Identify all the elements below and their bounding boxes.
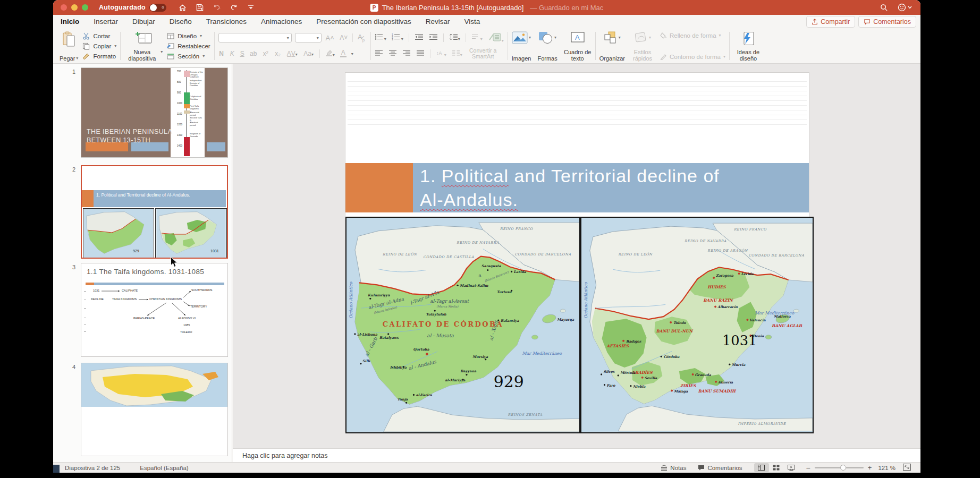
section-button[interactable]: Sección▾ bbox=[167, 52, 210, 60]
slide-thumbnail-panel[interactable]: 1 700 800 900 1000 1100 1200 1300 1400 bbox=[53, 64, 232, 463]
shapes-button[interactable]: ▾ Formas bbox=[537, 30, 557, 62]
tab-insertar[interactable]: Insertar bbox=[94, 18, 118, 25]
italic-button[interactable]: K bbox=[230, 50, 235, 57]
quick-styles-button[interactable]: ▾ Estilos rápidos bbox=[630, 30, 655, 62]
slide-thumbnail-4[interactable] bbox=[81, 363, 228, 456]
slide-title-textbox[interactable]: 1. Political and Territorial decline of … bbox=[413, 163, 809, 212]
underline-button[interactable]: S bbox=[240, 50, 245, 57]
tab-revisar[interactable]: Revisar bbox=[426, 18, 450, 25]
decrease-font-button[interactable]: A˅ bbox=[339, 34, 349, 41]
home-icon[interactable] bbox=[178, 3, 188, 12]
numbering-icon: 123 bbox=[392, 33, 401, 40]
notes-toggle[interactable]: Notas bbox=[661, 465, 686, 471]
arrange-button[interactable]: ▾ Organizar bbox=[599, 30, 625, 62]
picture-button[interactable]: ▾ Imagen bbox=[512, 30, 531, 62]
zoom-percent[interactable]: 121 % bbox=[878, 465, 895, 471]
search-icon[interactable] bbox=[879, 3, 889, 12]
slide-editor-canvas[interactable]: 1. Political and Territorial decline of … bbox=[233, 64, 920, 449]
decrease-indent-button[interactable] bbox=[415, 33, 424, 42]
zoom-slider-knob[interactable] bbox=[840, 465, 846, 471]
bold-button[interactable]: N bbox=[218, 50, 225, 57]
map-1031-image[interactable]: REINO FRANCO REINO DE LEÓN REINO DE NAVA… bbox=[580, 217, 814, 433]
zoom-slider[interactable] bbox=[815, 467, 864, 468]
align-center-button[interactable] bbox=[388, 49, 397, 58]
autosave-toggle[interactable]: o bbox=[149, 4, 166, 12]
textbox-button[interactable]: A Cuadro de texto bbox=[564, 30, 592, 62]
normal-view-button[interactable] bbox=[754, 463, 769, 472]
design-ideas-button[interactable]: Ideas de diseño bbox=[733, 30, 763, 62]
tab-animaciones[interactable]: Animaciones bbox=[261, 18, 302, 25]
slide-thumbnail-3[interactable]: 1.1 The Taifa kingdoms. 1031-1085 1031 C… bbox=[81, 263, 228, 357]
comments-button[interactable]: Comentarios bbox=[858, 16, 916, 28]
text-vertical-button[interactable]: ↕A▾ bbox=[436, 49, 446, 58]
section-label: Sección bbox=[178, 53, 199, 59]
line-spacing-button[interactable]: ▾ bbox=[449, 33, 460, 42]
increase-indent-button[interactable] bbox=[429, 33, 438, 42]
numbering-button[interactable]: 123▾ bbox=[392, 33, 403, 42]
map2-city-almeria: Almería bbox=[717, 380, 733, 385]
undo-icon[interactable] bbox=[212, 3, 222, 12]
text-direction-button[interactable]: ▾ bbox=[471, 33, 483, 42]
reset-button[interactable]: Restablecer bbox=[167, 42, 210, 50]
copy-button[interactable]: Copiar▾ bbox=[82, 42, 116, 50]
quick-access-chevron-icon[interactable] bbox=[246, 3, 256, 12]
language-indicator[interactable]: Español (España) bbox=[140, 465, 188, 471]
account-icon[interactable] bbox=[897, 3, 913, 12]
zoom-in-button[interactable]: + bbox=[868, 464, 872, 472]
zoom-out-button[interactable]: − bbox=[806, 464, 810, 472]
clear-format-button[interactable]: A̷p bbox=[356, 33, 367, 42]
highlight-button[interactable]: ▾ bbox=[325, 49, 335, 58]
slide-sorter-view-button[interactable] bbox=[769, 463, 784, 472]
save-icon[interactable] bbox=[195, 3, 205, 12]
tab-inicio[interactable]: Inicio bbox=[61, 18, 79, 25]
subscript-button[interactable]: x₂ bbox=[274, 50, 282, 57]
minimize-button[interactable] bbox=[71, 4, 78, 11]
shape-fill-button[interactable]: Relleno de forma▾ bbox=[660, 31, 725, 39]
comments-toggle[interactable]: Comentarios bbox=[698, 465, 742, 471]
slide-orange-block[interactable] bbox=[345, 163, 413, 212]
change-case-button[interactable]: Aa▾ bbox=[303, 50, 315, 57]
tab-transiciones[interactable]: Transiciones bbox=[206, 18, 247, 25]
fit-to-window-button[interactable] bbox=[903, 464, 911, 472]
diagram-southwards: SOUTHWARDS bbox=[191, 288, 213, 292]
slide-counter[interactable]: Diapositiva 2 de 125 bbox=[65, 465, 120, 471]
shape-outline-button[interactable]: Contorno de forma▾ bbox=[660, 53, 725, 61]
tab-presentacion[interactable]: Presentación con diapositivas bbox=[316, 18, 411, 25]
smartart-button[interactable]: ▾ bbox=[488, 31, 504, 44]
strikethrough-button[interactable]: ab bbox=[250, 50, 257, 57]
slide-thumbnail-1[interactable]: 700 800 900 1000 1100 1200 1300 1400 Emi… bbox=[81, 67, 228, 158]
format-painter-button[interactable]: Formato bbox=[82, 52, 116, 60]
close-button[interactable] bbox=[61, 4, 67, 11]
slideshow-view-button[interactable] bbox=[784, 463, 799, 472]
tab-dibujar[interactable]: Dibujar bbox=[132, 18, 155, 25]
align-right-button[interactable] bbox=[402, 49, 411, 58]
document-status[interactable]: — Guardado en mi Mac bbox=[530, 4, 603, 12]
autosave-control[interactable]: Autoguardado o bbox=[99, 4, 166, 12]
font-size-select[interactable]: ▾ bbox=[295, 33, 322, 42]
superscript-button[interactable]: x² bbox=[262, 50, 269, 57]
increase-font-button[interactable]: A˄ bbox=[325, 34, 335, 42]
cut-button[interactable]: Cortar bbox=[82, 32, 116, 40]
share-button[interactable]: Compartir bbox=[806, 16, 855, 28]
fullscreen-button[interactable] bbox=[82, 4, 88, 11]
char-spacing-button[interactable]: A̲V̲▾ bbox=[286, 50, 298, 57]
redo-icon[interactable] bbox=[229, 3, 239, 12]
design-button[interactable]: Diseño▾ bbox=[167, 32, 210, 40]
empty-text-placeholder[interactable] bbox=[348, 77, 807, 125]
align-left-button[interactable] bbox=[375, 49, 383, 58]
notes-pane[interactable]: Haga clic para agregar notas bbox=[233, 448, 920, 463]
new-slide-button[interactable]: Nueva diapositiva▾ bbox=[124, 30, 163, 62]
font-name-select[interactable]: ▾ bbox=[218, 33, 292, 42]
bullets-button[interactable]: ▾ bbox=[375, 33, 386, 42]
map2-label-navarra: REINO DE NAVARRA bbox=[685, 239, 726, 243]
map-929-image[interactable]: REINO FRANCO REINO DE LEÓN CONDADO DE CA… bbox=[345, 217, 580, 433]
slide-thumbnail-2[interactable]: 1. Political and Territorial decline of … bbox=[81, 165, 228, 259]
slide-2-editing-surface[interactable]: 1. Political and Territorial decline of … bbox=[345, 73, 809, 431]
tab-vista[interactable]: Vista bbox=[464, 18, 480, 25]
columns-button[interactable]: ▾ bbox=[452, 49, 462, 58]
font-color-button[interactable]: A bbox=[340, 50, 347, 57]
paste-button[interactable]: Pegar▾ bbox=[60, 30, 78, 62]
tab-diseno[interactable]: Diseño bbox=[170, 18, 192, 25]
status-bar: Diapositiva 2 de 125 Español (España) No… bbox=[53, 462, 920, 473]
justify-button[interactable] bbox=[416, 49, 425, 58]
